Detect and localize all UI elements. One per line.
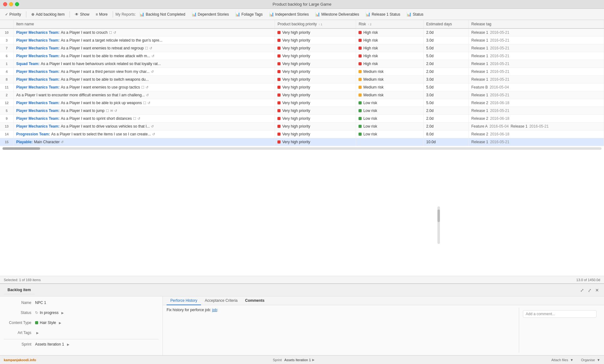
table-row[interactable]: 11Player Mechanics Team: As a Player I w…	[0, 83, 604, 91]
tag-release-label: Feature B	[471, 85, 488, 89]
chat-icon[interactable]: ↺	[61, 140, 64, 144]
chart-icon-4: 📊	[269, 12, 274, 17]
table-row[interactable]: 1Squad Team: As a Player I want to have …	[0, 60, 604, 68]
row-risk: High risk	[356, 37, 424, 44]
table-row[interactable]: 15Playable: Main Character↺Very high pri…	[0, 138, 604, 146]
table-row[interactable]: 9Player Mechanics Team: As a Player I wa…	[0, 115, 604, 123]
table-row[interactable]: 4Player Mechanics Team: As a Player I wa…	[0, 68, 604, 76]
tab-acceptance-criteria[interactable]: Acceptance Criteria	[201, 296, 241, 305]
team-name: Player Mechanics Team:	[16, 30, 60, 35]
sort-icon-risk: ↑ 2	[368, 23, 371, 26]
sprint-expand-icon[interactable]: ▶	[67, 343, 70, 346]
table-row[interactable]: 7Player Mechanics Team: As a Player I wa…	[0, 44, 604, 52]
add-backlog-button[interactable]: ⊕ Add backlog item	[29, 11, 67, 18]
status-button[interactable]: 📊 Status	[404, 11, 426, 18]
checkbox-icon[interactable]: ☐	[109, 31, 112, 35]
checkbox-icon[interactable]: ☐	[141, 85, 144, 89]
tag-release-date: 2016-05-21	[490, 140, 509, 144]
content-type-expand-icon[interactable]: ▶	[59, 321, 61, 325]
status-expand-icon[interactable]: ▶	[61, 311, 64, 315]
horizontal-scrollbar[interactable]	[0, 146, 604, 151]
checkbox-icon[interactable]: ☐	[106, 109, 109, 113]
art-tags-expand-icon[interactable]: ▶	[36, 331, 39, 335]
row-priority: Very high priority	[275, 123, 356, 130]
item-text: As a Player I want to jump	[61, 109, 104, 113]
row-release-tags: Release 12016-05-21	[469, 28, 604, 37]
chat-icon[interactable]: ↺	[152, 132, 155, 136]
dependent-stories-button[interactable]: 📊 Dependent Stories	[189, 11, 231, 18]
mail-icon[interactable]: ✉	[110, 109, 113, 113]
table-area[interactable]: Item name Product backlog priority ↑ 1 R…	[0, 20, 604, 276]
backlog-not-completed-button[interactable]: 📊 Backlog Not Completed	[137, 11, 188, 18]
tag-release-label: Release 1	[471, 54, 488, 58]
milestone-deliverables-label: Milestone Deliverables	[321, 12, 359, 17]
row-release-tags: Release 12016-05-21	[469, 91, 604, 99]
table-row[interactable]: 2As a Player I want to encounter more di…	[0, 91, 604, 99]
independent-stories-button[interactable]: 📊 Independent Stories	[266, 11, 311, 18]
chat-icon[interactable]: ↺	[151, 124, 154, 129]
chat-icon[interactable]: ↺	[151, 70, 154, 74]
table-row[interactable]: 14Progression Team: As a Player I want t…	[0, 130, 604, 138]
chat-icon[interactable]: ↺	[149, 46, 152, 50]
release-1-status-button[interactable]: 📊 Release 1 Status	[363, 11, 403, 18]
checkbox-icon[interactable]: ☐	[143, 101, 146, 105]
row-release-tags: Release 12016-05-21	[469, 52, 604, 60]
popout-button[interactable]: ⤤	[586, 287, 593, 293]
attach-files-container: Attach files ▼	[551, 358, 574, 362]
chat-icon[interactable]: ↺	[152, 54, 154, 58]
table-row[interactable]: 10Player Mechanics Team: As a Player I w…	[0, 28, 604, 37]
independent-stories-label: Independent Stories	[275, 12, 309, 17]
chat-icon[interactable]: ↺	[146, 93, 149, 97]
row-item-name: Player Mechanics Team: As a Player I wan…	[13, 44, 275, 52]
close-detail-button[interactable]: ✕	[594, 287, 600, 293]
table-row[interactable]: 12Player Mechanics Team: As a Player I w…	[0, 99, 604, 107]
status-bar: Selected: 1 of 169 items 13.0 of 1450.0d	[0, 276, 604, 283]
chat-icon[interactable]: ↺	[146, 85, 148, 89]
row-item-name: Player Mechanics Team: As a Player I wan…	[13, 52, 275, 60]
organise-dropdown-icon[interactable]: ▼	[597, 358, 600, 362]
more-button[interactable]: ≡ More	[93, 11, 110, 18]
table-row[interactable]: 3Player Mechanics Team: As a Player I wa…	[0, 37, 604, 44]
toolbar-separator-2	[70, 11, 70, 18]
add-comment-field[interactable]: Add a comment...	[523, 310, 596, 318]
checkbox-icon[interactable]: ☐	[133, 117, 136, 121]
attach-dropdown-icon[interactable]: ▼	[570, 358, 574, 362]
chart-icon-6: 📊	[365, 12, 370, 17]
col-estimated-days[interactable]: Estimated days	[424, 20, 469, 28]
chat-icon[interactable]: ↺	[137, 117, 140, 121]
col-risk[interactable]: Risk ↑ 2	[356, 20, 424, 28]
chat-icon[interactable]: ↺	[113, 31, 116, 35]
foliage-tags-button[interactable]: 📊 Foliage Tags	[233, 11, 265, 18]
tab-comments[interactable]: Comments	[241, 296, 268, 305]
detail-right: Perforce History Acceptance Criteria Com…	[163, 296, 604, 355]
team-name: Progression Team:	[16, 132, 50, 136]
chat-icon[interactable]: ↺	[147, 101, 150, 105]
sprint-bottom-value: Assets Iteration 1	[284, 358, 311, 362]
field-sprint: Sprint Assets Iteration 1 ▶	[4, 341, 159, 348]
chart-icon-5: 📊	[315, 12, 320, 17]
sprint-bottom-expand[interactable]: ▶	[312, 358, 315, 361]
table-row[interactable]: 5Player Mechanics Team: As a Player I wa…	[0, 107, 604, 115]
table-row[interactable]: 13Player Mechanics Team: As a Player I w…	[0, 123, 604, 130]
minimize-button[interactable]	[9, 2, 13, 6]
main-area: Item name Product backlog priority ↑ 1 R…	[0, 20, 604, 364]
expand-button[interactable]: ⤢	[579, 287, 585, 293]
tab-perforce-history[interactable]: Perforce History	[167, 296, 201, 305]
release-1-status-label: Release 1 Status	[372, 12, 400, 17]
row-risk: Low risk	[356, 123, 424, 130]
status-label: Status	[4, 311, 35, 315]
table-row[interactable]: 6Player Mechanics Team: As a Player I wa…	[0, 52, 604, 60]
close-button[interactable]	[3, 2, 7, 6]
chat-icon[interactable]: ↺	[114, 109, 117, 113]
checkbox-icon[interactable]: ☐	[145, 46, 148, 50]
col-item-name[interactable]: Item name	[13, 20, 275, 28]
col-release-tag[interactable]: Release tag	[469, 20, 604, 28]
perforce-job-link[interactable]: job	[212, 308, 217, 312]
show-button[interactable]: 👁 Show	[72, 11, 92, 18]
table-row[interactable]: 8Player Mechanics Team: As a Player I wa…	[0, 76, 604, 83]
milestone-deliverables-button[interactable]: 📊 Milestone Deliverables	[312, 11, 362, 18]
maximize-button[interactable]	[15, 2, 19, 6]
row-item-name: Player Mechanics Team: As a Player I wan…	[13, 68, 275, 76]
col-priority[interactable]: Product backlog priority ↑ 1	[275, 20, 356, 28]
priority-button[interactable]: ✓ Priority	[3, 11, 23, 18]
